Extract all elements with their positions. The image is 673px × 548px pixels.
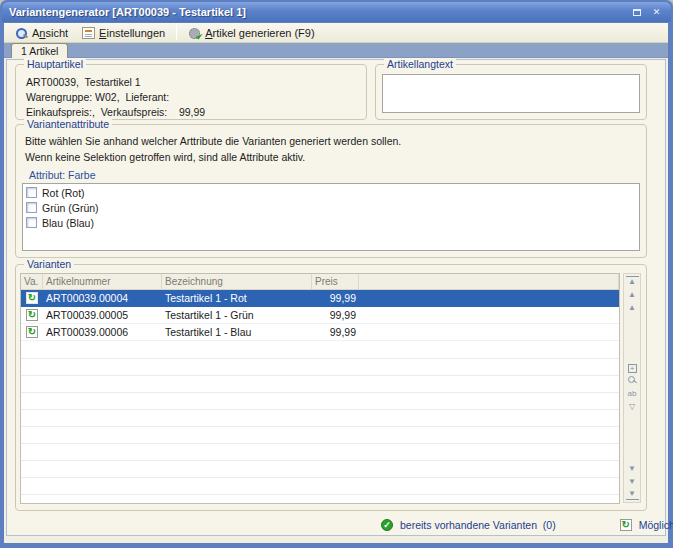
- hauptartikel-line-3: Einkaufspreis:, Verkaufspreis: 99,99: [26, 106, 205, 118]
- variant-icon: ↻: [26, 309, 38, 321]
- artikellangtext-title: Artikellangtext: [384, 58, 456, 70]
- titlebar[interactable]: Variantengenerator [ART00039 - Testartik…: [2, 2, 671, 22]
- close-button[interactable]: ✕: [649, 5, 664, 19]
- variant-icon: ↻: [26, 326, 38, 338]
- hauptartikel-groupbox: Hauptartikel ART00039, Testartikel 1 War…: [15, 64, 367, 120]
- attribute-option-blau[interactable]: Blau (Blau): [23, 215, 639, 230]
- prior-record-icon[interactable]: ▲: [626, 302, 639, 313]
- last-record-icon[interactable]: ▼: [626, 489, 639, 500]
- variantenattribute-groupbox: Variantenattribute Bitte wählen Sie anha…: [15, 124, 647, 258]
- possible-variants-status: ↻ Mögliche Varianten (3): [620, 519, 673, 531]
- insert-record-icon[interactable]: +: [628, 364, 637, 373]
- checkbox-icon[interactable]: [26, 217, 37, 228]
- client-area: Ansicht Einstellungen Artikel generieren…: [4, 23, 668, 543]
- status-row: ✓ bereits vorhandene Varianten (0) ↻ Mög…: [7, 516, 665, 534]
- maximize-button[interactable]: [629, 5, 644, 19]
- variant-icon: ↻: [620, 519, 632, 531]
- attribute-option-gruen[interactable]: Grün (Grün): [23, 200, 639, 215]
- existing-variants-label: bereits vorhandene Varianten (0): [400, 519, 556, 531]
- cell-artikelnummer: ART00039.00005: [43, 309, 162, 321]
- checkbox-icon[interactable]: [26, 187, 37, 198]
- column-header-artikelnummer[interactable]: Artikelnummer: [43, 274, 162, 289]
- attribute-listbox: Rot (Rot) Grün (Grün) Blau (Blau): [22, 183, 640, 251]
- filter-icon[interactable]: ▽: [626, 401, 639, 412]
- grid-header: Va. Artikelnummer Bezeichnung Preis: [21, 274, 619, 290]
- attribute-option-label: Grün (Grün): [42, 202, 99, 214]
- cell-bezeichnung: Testartikel 1 - Rot: [162, 292, 312, 304]
- variantengenerator-window: Variantengenerator [ART00039 - Testartik…: [0, 0, 673, 548]
- column-header-va[interactable]: Va.: [21, 274, 43, 289]
- prior-page-icon[interactable]: ▲: [626, 289, 639, 300]
- variantenattribute-title: Variantenattribute: [24, 118, 112, 130]
- column-header-bezeichnung[interactable]: Bezeichnung: [162, 274, 312, 289]
- cell-artikelnummer: ART00039.00004: [43, 292, 162, 304]
- varianten-groupbox: Varianten Va. Artikelnummer Bezeichnung …: [15, 264, 647, 511]
- navigator-middle-group: + ab ▽: [626, 362, 639, 414]
- maximize-icon: [633, 9, 641, 16]
- artikellangtext-textarea[interactable]: [382, 74, 640, 113]
- first-record-icon[interactable]: ▲: [626, 276, 639, 287]
- window-title: Variantengenerator [ART00039 - Testartik…: [9, 6, 246, 18]
- attribute-option-label: Blau (Blau): [42, 217, 94, 229]
- attr-instruction-1: Bitte wählen Sie anhand welcher Arttribu…: [25, 135, 401, 147]
- cell-bezeichnung: Testartikel 1 - Blau: [162, 326, 312, 338]
- ansicht-button[interactable]: Ansicht: [8, 25, 75, 41]
- attribute-farbe-label: Attribut: Farbe: [29, 169, 96, 181]
- artikel-generieren-button[interactable]: Artikel generieren (F9): [181, 25, 321, 41]
- view-icon: [15, 27, 28, 39]
- tab-strip: 1 Artikel: [4, 43, 668, 58]
- possible-variants-label: Mögliche Varianten (3): [639, 519, 673, 531]
- column-header-filler: [359, 274, 619, 289]
- attr-instruction-2: Wenn keine Selektion getroffen wird, sin…: [25, 151, 305, 163]
- existing-variants-status: ✓ bereits vorhandene Varianten (0): [381, 519, 556, 531]
- cell-preis: 99,99: [312, 326, 359, 338]
- hauptartikel-line-1: ART00039, Testartikel 1: [26, 76, 141, 88]
- grid-navigator: ▲ ▲ ▲ + ab ▽ ▼ ▼ ▼: [623, 273, 641, 503]
- ansicht-label: Ansicht: [32, 27, 68, 39]
- attribute-option-label: Rot (Rot): [42, 187, 85, 199]
- search-icon[interactable]: [626, 375, 639, 386]
- toolbar: Ansicht Einstellungen Artikel generieren…: [4, 23, 668, 43]
- column-header-preis[interactable]: Preis: [312, 274, 359, 289]
- table-row[interactable]: ↻ ART00039.00004 Testartikel 1 - Rot 99,…: [21, 290, 619, 307]
- variant-icon: ↻: [26, 292, 38, 304]
- close-icon: ✕: [653, 7, 661, 17]
- einstellungen-label: Einstellungen: [99, 27, 165, 39]
- settings-icon: [82, 27, 95, 39]
- toolbar-separator: [176, 25, 177, 40]
- artikel-generieren-label: Artikel generieren (F9): [205, 27, 314, 39]
- cell-preis: 99,99: [312, 292, 359, 304]
- table-row[interactable]: ↻ ART00039.00006 Testartikel 1 - Blau 99…: [21, 324, 619, 341]
- attribute-option-rot[interactable]: Rot (Rot): [23, 185, 639, 200]
- cell-artikelnummer: ART00039.00006: [43, 326, 162, 338]
- einstellungen-button[interactable]: Einstellungen: [75, 25, 172, 41]
- incremental-search-icon[interactable]: ab: [626, 388, 639, 399]
- window-controls: ✕: [629, 5, 664, 19]
- tab-1-artikel[interactable]: 1 Artikel: [11, 43, 68, 58]
- hauptartikel-line-2: Warengruppe: W02, Lieferant:: [26, 91, 169, 103]
- main-panel: Hauptartikel ART00039, Testartikel 1 War…: [6, 59, 666, 536]
- varianten-title: Varianten: [24, 258, 74, 270]
- navigator-top-group: ▲ ▲ ▲: [626, 274, 639, 315]
- artikellangtext-groupbox: Artikellangtext: [375, 64, 647, 120]
- varianten-grid: Va. Artikelnummer Bezeichnung Preis ↻ AR…: [20, 273, 620, 504]
- grid-empty-rows: [21, 342, 619, 503]
- checkbox-icon[interactable]: [26, 202, 37, 213]
- hauptartikel-title: Hauptartikel: [24, 58, 86, 70]
- next-page-icon[interactable]: ▼: [626, 476, 639, 487]
- cell-bezeichnung: Testartikel 1 - Grün: [162, 309, 312, 321]
- check-icon: ✓: [381, 519, 393, 531]
- next-record-icon[interactable]: ▼: [626, 463, 639, 474]
- generate-icon: [188, 27, 201, 39]
- table-row[interactable]: ↻ ART00039.00005 Testartikel 1 - Grün 99…: [21, 307, 619, 324]
- navigator-bottom-group: ▼ ▼ ▼: [626, 461, 639, 502]
- cell-preis: 99,99: [312, 309, 359, 321]
